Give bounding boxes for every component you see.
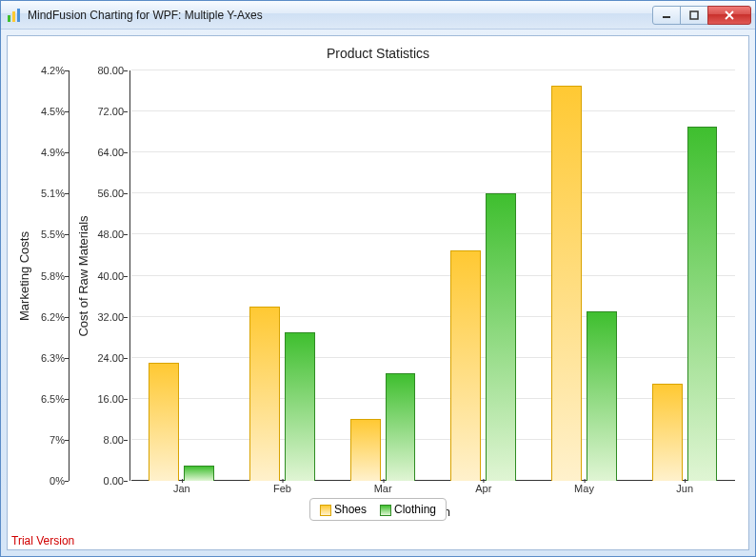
plot-area: Marketing Costs Cost of Raw Materials 0%… <box>15 70 741 481</box>
legend-label-clothing: Clothing <box>394 503 436 516</box>
y1-tick: 4.9% <box>41 147 65 158</box>
y1-tick: 5.1% <box>41 188 65 199</box>
y2-tick: 64.00 <box>97 147 124 158</box>
legend-item-clothing: Clothing <box>380 503 436 516</box>
y1-tick: 6.5% <box>41 393 65 405</box>
y1-tick: 4.5% <box>41 106 65 117</box>
y1-ticks: 0%7%6.5%6.3%6.2%5.8%5.5%5.1%4.9%4.5%4.2% <box>36 70 69 481</box>
bar-shoes-mar <box>350 419 381 481</box>
close-button[interactable] <box>707 6 751 25</box>
y2-tick: 24.00 <box>97 352 124 364</box>
y1-tick: 4.2% <box>41 65 65 76</box>
app-window: MindFusion Charting for WPF: Multiple Y-… <box>0 0 756 557</box>
bar-clothing-jun <box>687 127 718 481</box>
minimize-button[interactable] <box>652 6 681 25</box>
y2-tick: 72.00 <box>97 106 124 117</box>
svg-rect-1 <box>12 11 15 22</box>
svg-rect-2 <box>17 9 20 22</box>
bars <box>131 70 735 481</box>
y1-axis-line <box>69 70 70 481</box>
app-icon <box>7 8 22 23</box>
y2-tick: 0.00 <box>104 475 124 487</box>
y2-tick: 48.00 <box>97 229 124 240</box>
bar-clothing-mar <box>386 373 416 481</box>
bar-clothing-feb <box>285 332 315 481</box>
x-tick: May <box>574 483 594 494</box>
y1-tick: 0% <box>50 475 65 487</box>
y1-tick: 7% <box>50 434 65 446</box>
swatch-shoes-icon <box>320 505 331 516</box>
y2-tick: 40.00 <box>97 270 124 282</box>
bar-clothing-may <box>587 311 617 481</box>
y2-axis-label: Cost of Raw Materials <box>76 215 90 336</box>
swatch-clothing-icon <box>380 505 391 516</box>
legend-item-shoes: Shoes <box>320 503 367 516</box>
trial-watermark: Trial Version <box>11 534 74 547</box>
y2-ticks: 0.008.0016.0024.0032.0040.0048.0056.0064… <box>95 70 128 481</box>
y2-axis-line <box>129 70 130 481</box>
legend: Shoes Clothing <box>309 498 447 521</box>
bar-clothing-apr <box>486 193 516 481</box>
window-title: MindFusion Charting for WPF: Multiple Y-… <box>28 9 647 22</box>
bar-clothing-jan <box>184 466 214 481</box>
y1-tick: 5.8% <box>41 270 65 282</box>
chart-panel: Product Statistics Marketing Costs Cost … <box>7 35 749 550</box>
x-tick: Mar <box>374 483 392 494</box>
y1-tick: 6.2% <box>41 311 65 323</box>
bar-shoes-apr <box>450 250 481 481</box>
x-tick: Jun <box>676 483 693 494</box>
y2-tick: 16.00 <box>97 393 124 405</box>
x-tick: Jan <box>173 483 190 494</box>
bar-shoes-may <box>551 86 582 481</box>
y1-axis-label: Marketing Costs <box>17 231 31 321</box>
y2-tick: 56.00 <box>97 188 124 199</box>
y1-tick: 5.5% <box>41 229 65 240</box>
x-tick: Feb <box>273 483 291 494</box>
bar-shoes-jun <box>652 384 683 481</box>
maximize-button[interactable] <box>680 6 708 25</box>
x-tick: Apr <box>475 483 491 494</box>
y2-tick: 32.00 <box>97 311 124 323</box>
bar-shoes-feb <box>249 307 280 481</box>
svg-rect-0 <box>8 15 10 22</box>
y2-tick: 8.00 <box>104 434 124 446</box>
titlebar[interactable]: MindFusion Charting for WPF: Multiple Y-… <box>1 1 755 30</box>
window-controls <box>652 6 751 25</box>
x-ticks: JanFebMarAprMayJun <box>131 483 735 498</box>
bar-shoes-jan <box>149 363 179 481</box>
svg-rect-4 <box>690 11 698 19</box>
legend-label-shoes: Shoes <box>334 503 367 516</box>
y2-tick: 80.00 <box>97 65 124 76</box>
y1-tick: 6.3% <box>41 352 65 364</box>
bars-area <box>131 70 735 481</box>
chart-title: Product Statistics <box>8 36 748 65</box>
